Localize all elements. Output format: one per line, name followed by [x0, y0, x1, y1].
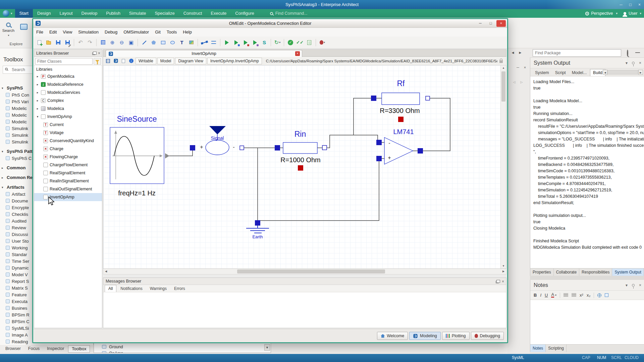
nav-left-icon[interactable]: ◁ [511, 79, 517, 85]
grid-button[interactable] [99, 38, 107, 47]
close-icon[interactable]: × [639, 61, 641, 65]
subscript-button[interactable]: x₂ [587, 293, 591, 298]
close-icon[interactable]: × [502, 279, 504, 284]
modeling-perspective-button[interactable]: Modeling [409, 332, 441, 340]
tab-scroll-right[interactable]: ▶ [638, 70, 643, 75]
tree-item-charge[interactable]: ×Charge [34, 145, 102, 153]
tab-properties[interactable]: Properties [530, 268, 554, 276]
resimulate-button[interactable]: ↻▾ [273, 38, 282, 47]
dock-tab-inspector[interactable]: Inspector [44, 345, 67, 353]
omedit-minimize-button[interactable]: ─ [476, 20, 485, 27]
omedit-maximize-button[interactable]: □ [486, 20, 495, 27]
instantiate-button[interactable] [305, 38, 314, 47]
filter-button[interactable] [94, 58, 101, 65]
tree-item-realsignalelement[interactable]: RealSignalElement [34, 169, 102, 177]
menu-edit[interactable]: Edit [46, 28, 60, 37]
earth-component[interactable] [246, 226, 269, 233]
ribbon-tab-develop[interactable]: Develop [77, 9, 102, 18]
diagram-view-button[interactable] [112, 58, 119, 64]
tab-warnings[interactable]: Warnings [147, 285, 170, 292]
ribbon-tab-execute[interactable]: Execute [206, 9, 231, 18]
tab-scroll-left[interactable]: ◀ [603, 70, 607, 75]
pin[interactable] [426, 96, 430, 100]
wire[interactable] [258, 161, 379, 221]
dock-tab-toolbox[interactable]: Toolbox [68, 345, 90, 353]
find-command-search[interactable]: Find Command... [270, 9, 308, 18]
text-tool-button[interactable]: T [177, 38, 186, 47]
user-menu[interactable]: User ▾ [624, 11, 641, 16]
wire[interactable] [354, 98, 382, 135]
plotting-perspective-button[interactable]: Plotting [442, 332, 470, 340]
ribbon-tab-start[interactable]: Start [15, 9, 33, 18]
tab-errors[interactable]: Errors [171, 285, 189, 292]
pin[interactable] [255, 220, 260, 226]
new-note-icon[interactable] [605, 293, 608, 297]
tree-item-invertopamp[interactable]: ▾InvertOpAmp [34, 113, 102, 121]
back-button[interactable]: ◀ [510, 50, 516, 56]
ellipse-tool-button[interactable] [168, 38, 177, 47]
tab-scrollbar[interactable] [607, 70, 638, 74]
diagram-canvas[interactable]: SineSource freqHz=1 Hz Signal + - Rin R=… [103, 65, 500, 268]
redo-button[interactable]: ↷ [86, 38, 94, 47]
tree-item-voltage[interactable]: TVoltage [34, 129, 102, 137]
tree-item-current[interactable]: TCurrent [34, 121, 102, 129]
ribbon-tab-specialize[interactable]: Specialize [150, 9, 179, 18]
italic-button[interactable]: I [540, 293, 541, 298]
pin[interactable] [190, 145, 195, 150]
pin[interactable] [322, 145, 327, 150]
close-icon[interactable]: × [98, 51, 100, 56]
dock-tab-focus[interactable]: Focus [25, 345, 43, 353]
list-item[interactable]: OpAmp [94, 350, 271, 353]
scrollbar-thumb[interactable] [237, 269, 385, 274]
ea-app-menu[interactable]: ▾ [0, 9, 15, 18]
tree-item-flowingcharge[interactable]: ×FlowingCharge [34, 153, 102, 161]
tab-all[interactable]: All [105, 285, 116, 292]
connect-mode-button[interactable] [200, 38, 209, 47]
scroll-up-icon[interactable]: ▲ [501, 65, 506, 70]
scroll-right-icon[interactable]: ▶ [501, 269, 506, 274]
find-package-input[interactable] [533, 49, 621, 57]
scroll-left-icon[interactable]: ◀ [103, 269, 109, 274]
view-selector[interactable]: Diagram View [175, 58, 206, 64]
menu-view[interactable]: View [60, 28, 75, 37]
save-button[interactable] [54, 38, 62, 47]
chevron-down-icon[interactable]: ▾ [626, 61, 628, 65]
tree-item-conservedquantitykind[interactable]: ×ConservedQuantityKind [34, 137, 102, 145]
tree-item-modelica[interactable]: ▸Modelica [34, 105, 102, 113]
tab-notes[interactable]: Notes [530, 345, 546, 352]
save-as-button[interactable] [63, 38, 72, 47]
close-icon[interactable]: × [639, 283, 641, 288]
pin[interactable] [371, 96, 376, 101]
menu-help[interactable]: Help [180, 28, 195, 37]
sine-source-component[interactable] [110, 127, 169, 184]
pin[interactable] [376, 156, 382, 161]
check-all-button[interactable]: ✓✓ [296, 38, 304, 47]
breadcrumb[interactable]: InvertOpAmp.InvertOpAmp [207, 58, 262, 64]
interactive-simulation-button[interactable]: S [260, 38, 269, 47]
ea-close-button[interactable]: × [638, 2, 641, 7]
tree-item-modelicareference[interactable]: ▸iModelicaReference [34, 80, 102, 88]
scroll-down-icon[interactable]: ▼ [501, 263, 506, 268]
ribbon-tab-publish[interactable]: Publish [102, 9, 125, 18]
tree-item-realinsignalelement[interactable]: RealInSignalElement [34, 177, 102, 185]
undo-button[interactable]: ↶ [76, 38, 85, 47]
bold-button[interactable]: B [534, 293, 537, 298]
tab-system[interactable]: System [532, 69, 552, 76]
ribbon-tab-design[interactable]: Design [33, 9, 55, 18]
omedit-close-button[interactable]: × [496, 20, 506, 27]
pin[interactable] [418, 148, 423, 154]
hyperlink-icon[interactable] [597, 293, 601, 297]
search-button[interactable]: Search ▾ [1, 20, 15, 40]
ribbon-tab-construct[interactable]: Construct [179, 9, 207, 18]
wire[interactable] [169, 150, 193, 156]
simulate-animation-button[interactable] [251, 38, 259, 47]
new-model-button[interactable] [35, 38, 44, 47]
tab-close-button[interactable]: × [295, 51, 300, 56]
welcome-perspective-button[interactable]: Welcome [377, 332, 408, 340]
ribbon-tab-layout[interactable]: Layout [55, 9, 77, 18]
tab-scripting[interactable]: Scripting [546, 345, 567, 352]
underline-button[interactable]: U [545, 293, 548, 298]
scrollbar-thumb[interactable] [501, 71, 505, 102]
open-model-button[interactable] [44, 38, 53, 47]
forward-button[interactable]: ▶ [517, 50, 523, 56]
